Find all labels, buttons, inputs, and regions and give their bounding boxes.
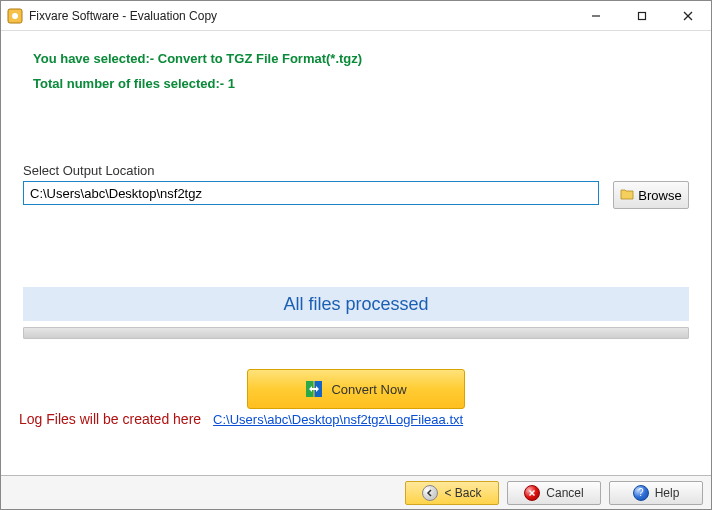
status-panel: All files processed	[23, 287, 689, 321]
help-icon: ?	[633, 485, 649, 501]
bottom-bar: < Back Cancel ? Help	[1, 475, 711, 509]
progress-bar	[23, 327, 689, 339]
convert-now-button[interactable]: Convert Now	[247, 369, 465, 409]
browse-label: Browse	[638, 188, 681, 203]
convert-icon	[305, 380, 323, 398]
close-button[interactable]	[665, 1, 711, 30]
help-button[interactable]: ? Help	[609, 481, 703, 505]
cancel-label: Cancel	[546, 486, 583, 500]
selected-format-text: You have selected:- Convert to TGZ File …	[33, 51, 689, 66]
svg-point-1	[12, 13, 18, 19]
back-arrow-icon	[422, 485, 438, 501]
window-controls	[573, 1, 711, 30]
browse-button[interactable]: Browse	[613, 181, 689, 209]
window-title: Fixvare Software - Evaluation Copy	[29, 9, 217, 23]
maximize-button[interactable]	[619, 1, 665, 30]
output-section: Select Output Location Browse	[23, 163, 689, 209]
log-row: Log Files will be created here C:\Users\…	[19, 411, 463, 427]
log-label: Log Files will be created here	[19, 411, 201, 427]
minimize-button[interactable]	[573, 1, 619, 30]
cancel-button[interactable]: Cancel	[507, 481, 601, 505]
app-icon	[7, 8, 23, 24]
log-path-link[interactable]: C:\Users\abc\Desktop\nsf2tgz\LogFileaa.t…	[213, 412, 463, 427]
output-label: Select Output Location	[23, 163, 689, 178]
output-path-input[interactable]	[23, 181, 599, 205]
file-count-text: Total number of files selected:- 1	[33, 76, 689, 91]
svg-rect-3	[639, 12, 646, 19]
cancel-icon	[524, 485, 540, 501]
body: You have selected:- Convert to TGZ File …	[1, 31, 711, 475]
titlebar: Fixvare Software - Evaluation Copy	[1, 1, 711, 31]
output-row: Browse	[23, 181, 689, 209]
back-button[interactable]: < Back	[405, 481, 499, 505]
status-message: All files processed	[283, 294, 428, 315]
folder-icon	[620, 188, 634, 203]
help-label: Help	[655, 486, 680, 500]
convert-label: Convert Now	[331, 382, 406, 397]
back-label: < Back	[444, 486, 481, 500]
app-window: Fixvare Software - Evaluation Copy You h…	[0, 0, 712, 510]
